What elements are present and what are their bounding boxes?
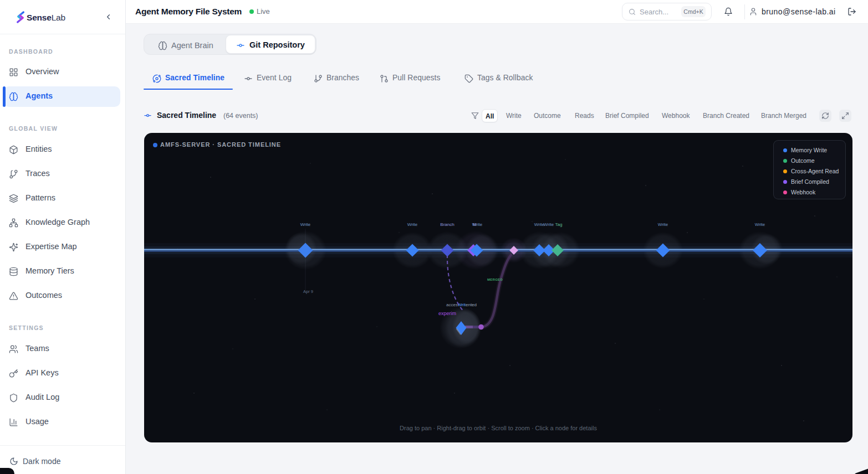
svg-text:Apr 9: Apr 9 [303,289,313,294]
svg-text:Write: Write [544,222,554,227]
svg-text:Write: Write [658,222,668,227]
svg-text:Tag: Tag [555,222,563,227]
svg-text:Write: Write [755,222,765,227]
svg-text:Write: Write [300,222,311,227]
svg-text:Branch: Branch [440,222,454,227]
svg-text:experim: experim [438,311,456,316]
svg-text:Write: Write [472,222,483,227]
svg-text:Write: Write [407,222,418,227]
svg-text:accesWritented: accesWritented [446,302,477,307]
svg-text:MERGED: MERGED [487,278,503,281]
